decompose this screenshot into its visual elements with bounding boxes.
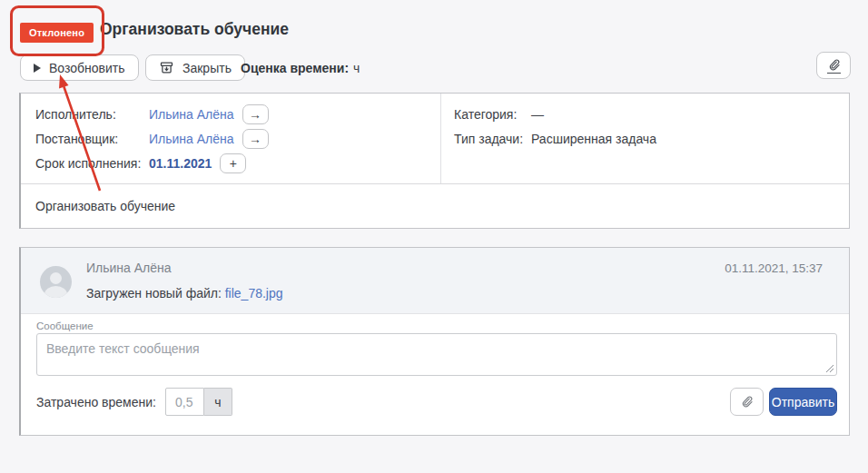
comment-text: Загружен новый файл: file_78.jpg bbox=[86, 286, 283, 301]
comment-entry: Ильина Алёна Загружен новый файл: file_7… bbox=[21, 248, 849, 314]
attach-files-button[interactable] bbox=[816, 52, 851, 79]
creator-link[interactable]: Ильина Алёна bbox=[149, 132, 234, 146]
deadline-label: Срок исполнения: bbox=[35, 156, 149, 171]
play-icon bbox=[34, 64, 41, 73]
assignee-label: Исполнитель: bbox=[35, 107, 149, 122]
task-page: Отклонено Организовать обучение Возобнов… bbox=[0, 0, 868, 473]
time-spent-label: Затрачено времени: bbox=[36, 395, 156, 409]
attach-comment-button[interactable] bbox=[730, 388, 764, 416]
creator-open-button[interactable]: → bbox=[242, 129, 269, 149]
plus-icon: + bbox=[230, 156, 237, 171]
arrow-right-icon: → bbox=[249, 132, 261, 146]
message-label: Сообщение bbox=[36, 320, 94, 331]
task-type-value: Расширенная задача bbox=[531, 132, 656, 146]
comment-timestamp: 01.11.2021, 15:37 bbox=[725, 261, 823, 275]
resume-button-label: Возобновить bbox=[49, 61, 125, 75]
avatar-person-icon bbox=[50, 272, 62, 284]
comment-author: Ильина Алёна bbox=[86, 261, 172, 275]
comment-text-prefix: Загружен новый файл: bbox=[86, 286, 225, 301]
send-button[interactable]: Отправить bbox=[769, 388, 837, 416]
deadline-add-button[interactable]: + bbox=[220, 153, 246, 173]
message-input[interactable] bbox=[37, 334, 836, 375]
paperclip-underline-icon bbox=[827, 58, 841, 74]
field-creator: Постановщик: Ильина Алёна → bbox=[35, 126, 269, 151]
assignee-link[interactable]: Ильина Алёна bbox=[149, 107, 234, 122]
status-badge: Отклонено bbox=[20, 23, 94, 43]
category-value: — bbox=[531, 107, 544, 122]
time-estimate-value: ч bbox=[353, 61, 360, 75]
close-button-label: Закрыть bbox=[182, 61, 232, 75]
field-assignee: Исполнитель: Ильина Алёна → bbox=[35, 102, 269, 126]
task-info-panel: Исполнитель: Ильина Алёна → Постановщик:… bbox=[19, 93, 850, 229]
field-category: Категория: — bbox=[454, 102, 544, 126]
time-spent-input[interactable] bbox=[165, 388, 204, 416]
field-deadline: Срок исполнения: 01.11.2021 + bbox=[35, 151, 246, 175]
paperclip-icon bbox=[740, 395, 754, 409]
archive-icon bbox=[159, 60, 174, 75]
file-link[interactable]: file_78.jpg bbox=[225, 286, 283, 301]
page-title: Организовать обучение bbox=[100, 20, 289, 39]
assignee-open-button[interactable]: → bbox=[242, 104, 269, 124]
avatar bbox=[40, 266, 72, 298]
resume-button[interactable]: Возобновить bbox=[20, 54, 139, 81]
field-task-type: Тип задачи: Расширенная задача bbox=[454, 126, 656, 151]
time-estimate: Оценка времени: ч bbox=[241, 54, 360, 81]
time-estimate-label: Оценка времени: bbox=[241, 61, 349, 75]
task-description: Организовать обучение bbox=[21, 183, 849, 228]
time-unit: ч bbox=[204, 388, 232, 416]
task-fields: Исполнитель: Ильина Алёна → Постановщик:… bbox=[21, 94, 849, 183]
time-spent-row: Затрачено времени: ч bbox=[36, 388, 232, 416]
comments-panel: Ильина Алёна Загружен новый файл: file_7… bbox=[19, 247, 850, 436]
arrow-right-icon: → bbox=[249, 107, 261, 122]
column-divider bbox=[440, 94, 441, 183]
task-type-label: Тип задачи: bbox=[454, 132, 531, 146]
category-label: Категория: bbox=[454, 107, 531, 122]
message-box bbox=[36, 333, 837, 376]
creator-label: Постановщик: bbox=[35, 132, 149, 146]
close-task-button[interactable]: Закрыть bbox=[145, 54, 245, 81]
deadline-value[interactable]: 01.11.2021 bbox=[149, 156, 212, 171]
